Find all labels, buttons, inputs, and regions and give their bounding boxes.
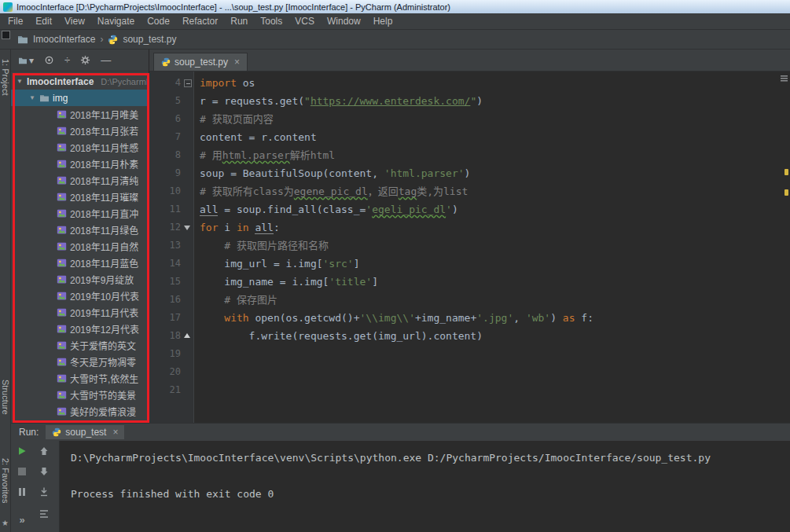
line-number[interactable]: 6 (149, 110, 181, 128)
tree-item-image-file[interactable]: 2019年10月代表 (11, 288, 149, 304)
tree-item-image-file[interactable]: 2018年11月唯美 (11, 106, 149, 123)
stop-button[interactable] (16, 465, 28, 478)
menu-help[interactable]: Help (367, 14, 399, 28)
tree-item-image-file[interactable]: 2018年11月朴素 (11, 156, 149, 172)
code-line-14[interactable]: 14 img_url = i.img['src'] (149, 255, 790, 273)
tool-stripe-structure[interactable]: Structure (1, 380, 10, 415)
settings-gear-icon[interactable] (80, 55, 90, 65)
tree-item-image-file[interactable]: 2019年9月绽放 (11, 271, 149, 288)
run-tab-soup-test[interactable]: soup_test × (46, 425, 124, 439)
chevron-down-icon[interactable]: ▼ (16, 78, 24, 85)
tree-item-image-file[interactable]: 2019年11月代表 (11, 304, 149, 321)
line-number[interactable]: 9 (149, 164, 181, 182)
menu-tools[interactable]: Tools (254, 14, 288, 28)
tree-item-image-file[interactable]: 2018年11月自然 (11, 238, 149, 255)
code-line-9[interactable]: 9soup = BeautifulSoup(content, 'html.par… (149, 164, 790, 182)
code-line-4[interactable]: 4import os (149, 74, 790, 92)
line-number[interactable]: 18 (149, 327, 181, 345)
fold-marker-icon[interactable] (181, 74, 193, 92)
code-line-5[interactable]: 5r = requests.get("https://www.enterdesk… (149, 92, 790, 110)
more-actions-icon[interactable]: » (16, 513, 28, 526)
tree-item-image-file[interactable]: 2018年11月蓝色 (11, 255, 149, 271)
tree-item-image-file[interactable]: 2018年11月性感 (11, 139, 149, 156)
down-stack-trace-button[interactable] (38, 465, 50, 478)
code-line-19[interactable]: 19 (149, 345, 790, 363)
code-line-8[interactable]: 8# 用html.parser解析html (149, 146, 790, 164)
line-number[interactable]: 8 (149, 146, 181, 164)
line-number[interactable]: 14 (149, 255, 181, 273)
line-number[interactable]: 13 (149, 237, 181, 255)
line-number[interactable]: 20 (149, 363, 181, 381)
soft-wrap-icon[interactable] (38, 508, 50, 520)
code-line-12[interactable]: 12for i in all: (149, 218, 790, 237)
line-number[interactable]: 15 (149, 273, 181, 291)
chevron-down-icon[interactable]: ▼ (28, 94, 36, 101)
menu-view[interactable]: View (58, 14, 91, 28)
code-editor[interactable]: 4import os5r = requests.get("https://www… (149, 72, 790, 423)
inspections-status-icon[interactable] (781, 75, 788, 82)
code-line-16[interactable]: 16 # 保存图片 (149, 291, 790, 309)
menu-run[interactable]: Run (224, 14, 254, 28)
tree-item-image-file[interactable]: 2018年11月璀璨 (11, 189, 149, 205)
breadcrumb-file[interactable]: soup_test.py (123, 34, 176, 45)
line-number[interactable]: 16 (149, 291, 181, 309)
code-line-10[interactable]: 10# 获取所有class为egene_pic_dl，返回tag类,为list (149, 182, 790, 200)
menu-navigate[interactable]: Navigate (91, 14, 141, 28)
tool-stripe-favorites[interactable]: 2: Favorites (1, 458, 10, 503)
tree-item-image-file[interactable]: 2019年12月代表 (11, 321, 149, 337)
menu-code[interactable]: Code (141, 14, 176, 28)
scroll-to-end-icon[interactable] (38, 486, 50, 498)
code-line-7[interactable]: 7content = r.content (149, 128, 790, 146)
close-tab-icon[interactable]: × (112, 427, 118, 438)
code-line-13[interactable]: 13 # 获取图片路径和名称 (149, 237, 790, 255)
favorites-star-icon[interactable]: ★ (2, 519, 9, 527)
tree-item-image-file[interactable]: 大雪时节的美景 (11, 387, 149, 403)
line-number[interactable]: 21 (149, 381, 181, 399)
menu-window[interactable]: Window (321, 14, 367, 28)
fold-marker-icon[interactable] (181, 218, 193, 237)
tree-item-image-file[interactable]: 冬天是万物凋零 (11, 354, 149, 370)
menu-vcs[interactable]: VCS (288, 14, 321, 28)
tree-item-image-file[interactable]: 2018年11月清纯 (11, 172, 149, 189)
line-number[interactable]: 7 (149, 128, 181, 146)
line-number[interactable]: 11 (149, 200, 181, 218)
collapse-all-button[interactable]: ÷ (64, 55, 70, 65)
code-line-6[interactable]: 6# 获取页面内容 (149, 110, 790, 128)
line-number[interactable]: 17 (149, 309, 181, 327)
pause-output-button[interactable] (16, 486, 28, 498)
tree-item-project-root[interactable]: ▼ ImoocInterface D:\PycharmProjects\Imoo… (11, 73, 149, 90)
warning-stripe-mark[interactable] (784, 189, 788, 196)
line-number[interactable]: 10 (149, 182, 181, 200)
tree-item-image-file[interactable]: 2018年11月张若 (11, 123, 149, 139)
menu-refactor[interactable]: Refactor (176, 14, 224, 28)
tree-item-image-file[interactable]: 2018年11月绿色 (11, 222, 149, 238)
tool-stripe-project[interactable]: 1: Project (1, 59, 10, 95)
breadcrumb-project[interactable]: ImoocInterface (33, 34, 95, 45)
rerun-button[interactable] (16, 445, 28, 457)
tree-item-img-folder[interactable]: ▼ img (11, 90, 149, 106)
line-number[interactable]: 4 (149, 74, 181, 92)
code-line-17[interactable]: 17 with open(os.getcwd()+'\\img\\'+img_n… (149, 309, 790, 327)
line-number[interactable]: 5 (149, 92, 181, 110)
menu-file[interactable]: File (2, 14, 29, 28)
tree-item-image-file[interactable]: 大雪时节,依然生 (11, 370, 149, 387)
tree-item-image-file[interactable]: 2018年11月直冲 (11, 205, 149, 222)
close-tab-icon[interactable]: × (234, 57, 240, 68)
project-view-selector[interactable]: ▾ (18, 55, 34, 66)
code-line-11[interactable]: 11all = soup.find_all(class_='egeli_pic_… (149, 200, 790, 218)
warning-stripe-mark[interactable] (784, 169, 788, 175)
code-line-18[interactable]: 18 f.write(requests.get(img_url).content… (149, 327, 790, 345)
tree-item-image-file[interactable]: 美好的爱情浪漫 (11, 403, 149, 420)
code-line-15[interactable]: 15 img_name = i.img['title'] (149, 273, 790, 291)
console-output[interactable]: D:\PycharmProjects\ImoocInterface\venv\S… (60, 441, 790, 532)
locate-file-button[interactable] (44, 55, 54, 65)
code-line-20[interactable]: 20 (149, 363, 790, 381)
line-number[interactable]: 12 (149, 218, 181, 237)
hide-panel-button[interactable]: — (101, 55, 111, 65)
up-stack-trace-button[interactable] (38, 445, 50, 457)
menu-edit[interactable]: Edit (29, 14, 58, 28)
fold-marker-icon[interactable] (181, 327, 193, 345)
tree-item-image-file[interactable]: 关于爱情的英文 (11, 337, 149, 354)
line-number[interactable]: 19 (149, 345, 181, 363)
code-line-21[interactable]: 21 (149, 381, 790, 399)
